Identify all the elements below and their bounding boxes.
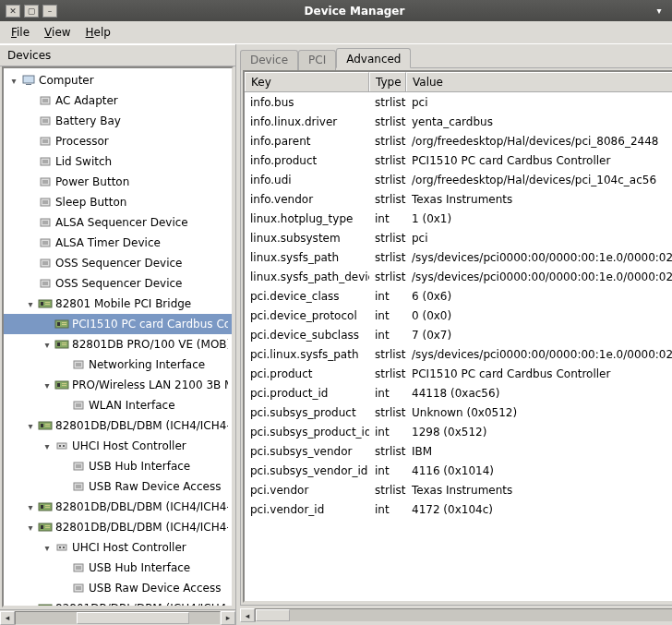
table-row[interactable]: pci.subsys_productstrlistUnknown (0x0512… [245, 403, 672, 422]
tab-pci[interactable]: PCI [298, 50, 336, 70]
tree-row[interactable]: ▾Computer [4, 70, 232, 90]
tree-row[interactable]: ALSA Timer Device [4, 233, 232, 253]
table-row[interactable]: linux.subsystemstrlistpci [245, 228, 672, 247]
tree-row[interactable]: Battery Bay [4, 111, 232, 131]
tree-item-label: Computer [39, 74, 94, 87]
tree-row[interactable]: USB Raw Device Access [4, 578, 232, 598]
svg-rect-52 [76, 485, 81, 488]
card-icon [37, 500, 54, 513]
expander-icon[interactable]: ▾ [41, 441, 54, 451]
window-menu-button[interactable]: ▾ [652, 5, 666, 18]
chip-icon [37, 236, 54, 249]
device-tree[interactable]: ▾ComputerAC AdapterBattery BayProcessorL… [4, 68, 232, 607]
scroll-track[interactable] [255, 608, 672, 622]
svg-rect-21 [42, 282, 48, 285]
card-icon [37, 602, 54, 607]
column-header-key[interactable]: Key [245, 72, 369, 91]
tab-device[interactable]: Device [240, 50, 298, 70]
tree-row[interactable]: ▾PRO/Wireless LAN 2100 3B Min [4, 375, 232, 395]
scroll-right-arrow[interactable]: ▸ [221, 611, 235, 625]
table-row[interactable]: info.linux.driverstrlistyenta_cardbus [245, 112, 672, 131]
column-header-type[interactable]: Type [369, 72, 406, 91]
table-row[interactable]: info.parentstrlist/org/freedesktop/Hal/d… [245, 131, 672, 150]
tree-row[interactable]: ▾82801 Mobile PCI Bridge [4, 294, 232, 314]
chip-icon [70, 561, 87, 574]
tree-item-label: 82801DB/DBL/DBM (ICH4/ICH4-L [55, 500, 228, 513]
tree-row[interactable]: ▾82801DB PRO/100 VE (MOB) Et [4, 334, 232, 355]
expander-icon[interactable]: ▾ [41, 340, 54, 350]
cell-key: info.product [245, 154, 369, 167]
table-row[interactable]: linux.hotplug_typeint1 (0x1) [245, 209, 672, 228]
menu-view[interactable]: View [39, 24, 76, 41]
tree-row[interactable]: ALSA Sequencer Device [4, 212, 232, 233]
properties-hscrollbar[interactable]: ◂ ▸ [240, 607, 672, 623]
cell-type: strlist [369, 251, 406, 264]
table-row[interactable]: pci.product_idint44118 (0xac56) [245, 383, 672, 403]
tree-row[interactable]: ▾82801DB/DBL/DBM (ICH4/ICH4-L [4, 497, 232, 517]
tree-row[interactable]: USB Hub Interface [4, 456, 232, 476]
window-minimize-button[interactable]: – [42, 5, 57, 18]
column-header-value[interactable]: Value [406, 72, 672, 91]
tree-row[interactable]: ▾82801DB/DBL/DBM (ICH4/ICH4-L [4, 415, 232, 436]
expander-icon[interactable]: ▾ [41, 543, 54, 553]
menu-help[interactable]: Help [80, 24, 116, 41]
table-row[interactable]: pci.subsys_product_idint1298 (0x512) [245, 422, 672, 441]
expander-icon[interactable]: ▾ [7, 76, 20, 86]
scroll-left-arrow[interactable]: ◂ [0, 611, 15, 625]
tree-row[interactable]: ▾UHCI Host Controller [4, 537, 232, 558]
cell-type: strlist [369, 193, 406, 206]
scroll-left-arrow[interactable]: ◂ [240, 608, 255, 622]
tree-item-label: Networking Interface [89, 358, 205, 371]
expander-icon[interactable]: ▾ [24, 502, 37, 512]
table-row[interactable]: pci.linux.sysfs_pathstrlist/sys/devices/… [245, 344, 672, 364]
menu-file[interactable]: File [6, 24, 35, 41]
table-row[interactable]: info.busstrlistpci [245, 92, 672, 112]
expander-icon[interactable]: ▾ [24, 604, 37, 608]
tree-item-label: 82801 Mobile PCI Bridge [55, 297, 191, 310]
tree-row[interactable]: USB Raw Device Access [4, 476, 232, 497]
table-row[interactable]: pci.vendor_idint4172 (0x104c) [245, 499, 672, 519]
tree-row[interactable]: ▾UHCI Host Controller [4, 436, 232, 456]
window-maximize-button[interactable]: ▢ [24, 5, 39, 18]
table-row[interactable]: pci.device_subclassint7 (0x7) [245, 325, 672, 344]
table-row[interactable]: linux.sysfs_path_devicestrlist/sys/devic… [245, 267, 672, 286]
table-row[interactable]: pci.subsys_vendor_idint4116 (0x1014) [245, 461, 672, 480]
table-row[interactable]: linux.sysfs_pathstrlist/sys/devices/pci0… [245, 247, 672, 267]
tree-row[interactable]: OSS Sequencer Device [4, 253, 232, 273]
window-close-button[interactable]: ✕ [6, 5, 20, 18]
tree-row[interactable]: WLAN Interface [4, 395, 232, 415]
tree-row[interactable]: USB Hub Interface [4, 558, 232, 578]
table-row[interactable]: pci.subsys_vendorstrlistIBM [245, 441, 672, 461]
usb-icon [54, 439, 70, 452]
table-row[interactable]: info.udistrlist/org/freedesktop/Hal/devi… [245, 170, 672, 189]
svg-rect-59 [45, 525, 50, 526]
table-row[interactable]: pci.device_protocolint0 (0x0) [245, 306, 672, 325]
expander-icon[interactable]: ▾ [41, 380, 54, 391]
expander-icon[interactable]: ▾ [24, 299, 37, 309]
table-row[interactable]: pci.device_classint6 (0x6) [245, 286, 672, 306]
table-row[interactable]: info.vendorstrlistTexas Instruments [245, 189, 672, 209]
scroll-track[interactable] [15, 611, 221, 625]
svg-rect-43 [41, 424, 43, 427]
tree-row[interactable]: OSS Sequencer Device [4, 273, 232, 294]
tree-row[interactable]: AC Adapter [4, 90, 232, 111]
table-row[interactable]: pci.vendorstrlistTexas Instruments [245, 480, 672, 499]
tree-hscrollbar[interactable]: ◂ ▸ [0, 609, 235, 625]
scroll-thumb[interactable] [256, 609, 290, 621]
tree-row[interactable]: PCI1510 PC card Cardbus Contr [4, 314, 232, 334]
table-row[interactable]: pci.productstrlistPCI1510 PC card Cardbu… [245, 364, 672, 383]
tree-row[interactable]: Processor [4, 131, 232, 151]
tree-row[interactable]: Lid Switch [4, 151, 232, 172]
expander-icon[interactable]: ▾ [24, 523, 37, 533]
tree-row[interactable]: Power Button [4, 172, 232, 192]
scroll-thumb[interactable] [77, 612, 189, 624]
tree-row[interactable]: ▾82801DB/DBL/DBM (ICH4/ICH4-L [4, 598, 232, 607]
table-row[interactable]: info.productstrlistPCI1510 PC card Cardb… [245, 150, 672, 170]
tree-row[interactable]: ▾82801DB/DBL/DBM (ICH4/ICH4-L [4, 517, 232, 537]
cell-key: info.vendor [245, 193, 369, 206]
tree-row[interactable]: Networking Interface [4, 355, 232, 375]
tree-item-label: WLAN Interface [89, 399, 175, 412]
tree-row[interactable]: Sleep Button [4, 192, 232, 212]
expander-icon[interactable]: ▾ [24, 421, 37, 431]
tab-advanced[interactable]: Advanced [336, 48, 411, 68]
